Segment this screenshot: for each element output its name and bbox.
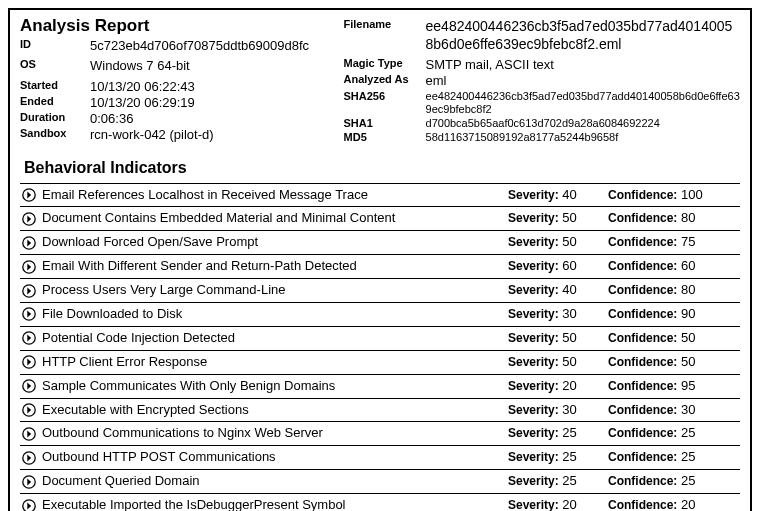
expand-arrow-icon[interactable] xyxy=(22,499,42,511)
indicator-row[interactable]: Executable Imported the IsDebuggerPresen… xyxy=(20,494,740,511)
indicator-severity: Severity: 50 xyxy=(508,330,608,347)
indicator-name: File Downloaded to Disk xyxy=(42,306,508,323)
indicator-name: Executable with Encrypted Sections xyxy=(42,402,508,419)
indicator-name: Email With Different Sender and Return-P… xyxy=(42,258,508,275)
indicator-confidence: Confidence: 90 xyxy=(608,306,738,323)
confidence-label: Confidence: xyxy=(608,403,677,417)
indicator-row[interactable]: Email References Localhost in Received M… xyxy=(20,183,740,208)
indicator-confidence: Confidence: 95 xyxy=(608,378,738,395)
indicator-row[interactable]: Process Users Very Large Command-LineSev… xyxy=(20,279,740,303)
indicators-title: Behavioral Indicators xyxy=(24,159,740,177)
expand-arrow-icon[interactable] xyxy=(22,403,42,417)
duration-value: 0:06:36 xyxy=(90,111,133,127)
severity-value: 40 xyxy=(559,187,577,202)
indicator-name: Document Contains Embedded Material and … xyxy=(42,210,508,227)
confidence-label: Confidence: xyxy=(608,211,677,225)
confidence-value: 90 xyxy=(677,306,695,321)
indicator-confidence: Confidence: 100 xyxy=(608,187,738,204)
confidence-value: 25 xyxy=(677,425,695,440)
severity-label: Severity: xyxy=(508,426,559,440)
header-right: Filename ee482400446236cb3f5ad7ed035bd77… xyxy=(344,16,740,149)
indicator-confidence: Confidence: 80 xyxy=(608,210,738,227)
indicator-severity: Severity: 30 xyxy=(508,402,608,419)
indicator-row[interactable]: Executable with Encrypted SectionsSeveri… xyxy=(20,399,740,423)
indicator-severity: Severity: 25 xyxy=(508,449,608,466)
severity-value: 50 xyxy=(559,210,577,225)
sha256-value: ee482400446236cb3f5ad7ed035bd77add401400… xyxy=(426,90,740,118)
severity-label: Severity: xyxy=(508,235,559,249)
indicator-confidence: Confidence: 25 xyxy=(608,449,738,466)
severity-value: 30 xyxy=(559,306,577,321)
expand-arrow-icon[interactable] xyxy=(22,331,42,345)
expand-arrow-icon[interactable] xyxy=(22,355,42,369)
header-left: Analysis Report ID 5c723eb4d706of70875dd… xyxy=(20,16,332,149)
severity-label: Severity: xyxy=(508,307,559,321)
confidence-label: Confidence: xyxy=(608,307,677,321)
severity-value: 25 xyxy=(559,449,577,464)
indicator-confidence: Confidence: 25 xyxy=(608,425,738,442)
severity-label: Severity: xyxy=(508,211,559,225)
severity-value: 20 xyxy=(559,378,577,393)
expand-arrow-icon[interactable] xyxy=(22,427,42,441)
analyzed-value: eml xyxy=(426,73,447,89)
expand-arrow-icon[interactable] xyxy=(22,188,42,202)
indicator-confidence: Confidence: 60 xyxy=(608,258,738,275)
expand-arrow-icon[interactable] xyxy=(22,379,42,393)
confidence-label: Confidence: xyxy=(608,235,677,249)
severity-value: 20 xyxy=(559,497,577,511)
indicator-confidence: Confidence: 20 xyxy=(608,497,738,511)
indicator-name: Potential Code Injection Detected xyxy=(42,330,508,347)
indicator-row[interactable]: Document Contains Embedded Material and … xyxy=(20,207,740,231)
severity-label: Severity: xyxy=(508,355,559,369)
indicator-row[interactable]: Download Forced Open/Save PromptSeverity… xyxy=(20,231,740,255)
indicator-row[interactable]: Outbound HTTP POST CommunicationsSeverit… xyxy=(20,446,740,470)
expand-arrow-icon[interactable] xyxy=(22,307,42,321)
report-container: Analysis Report ID 5c723eb4d706of70875dd… xyxy=(8,8,752,511)
severity-value: 50 xyxy=(559,354,577,369)
report-title: Analysis Report xyxy=(20,16,332,36)
expand-arrow-icon[interactable] xyxy=(22,451,42,465)
sha256-label: SHA256 xyxy=(344,90,426,104)
report-header: Analysis Report ID 5c723eb4d706of70875dd… xyxy=(20,16,740,149)
indicator-confidence: Confidence: 50 xyxy=(608,354,738,371)
id-label: ID xyxy=(20,38,90,52)
indicator-row[interactable]: Sample Communicates With Only Benign Dom… xyxy=(20,375,740,399)
expand-arrow-icon[interactable] xyxy=(22,260,42,274)
confidence-label: Confidence: xyxy=(608,498,677,511)
expand-arrow-icon[interactable] xyxy=(22,284,42,298)
indicator-row[interactable]: Email With Different Sender and Return-P… xyxy=(20,255,740,279)
os-label: OS xyxy=(20,58,90,72)
confidence-value: 50 xyxy=(677,354,695,369)
indicator-severity: Severity: 40 xyxy=(508,187,608,204)
indicator-row[interactable]: File Downloaded to DiskSeverity: 30Confi… xyxy=(20,303,740,327)
magic-value: SMTP mail, ASCII text xyxy=(426,57,554,73)
indicator-row[interactable]: Document Queried DomainSeverity: 25Confi… xyxy=(20,470,740,494)
severity-value: 30 xyxy=(559,402,577,417)
analyzed-label: Analyzed As xyxy=(344,73,426,87)
expand-arrow-icon[interactable] xyxy=(22,475,42,489)
os-value: Windows 7 64-bit xyxy=(90,58,190,74)
severity-label: Severity: xyxy=(508,283,559,297)
magic-label: Magic Type xyxy=(344,57,426,71)
indicator-row[interactable]: Potential Code Injection DetectedSeverit… xyxy=(20,327,740,351)
md5-value: 58d1163715089192a8177a5244b9658f xyxy=(426,131,619,145)
confidence-label: Confidence: xyxy=(608,474,677,488)
confidence-value: 60 xyxy=(677,258,695,273)
indicator-severity: Severity: 50 xyxy=(508,354,608,371)
indicator-confidence: Confidence: 25 xyxy=(608,473,738,490)
severity-value: 60 xyxy=(559,258,577,273)
ended-label: Ended xyxy=(20,95,90,109)
confidence-label: Confidence: xyxy=(608,259,677,273)
indicator-row[interactable]: HTTP Client Error ResponseSeverity: 50Co… xyxy=(20,351,740,375)
confidence-value: 25 xyxy=(677,473,695,488)
indicator-name: Process Users Very Large Command-Line xyxy=(42,282,508,299)
confidence-label: Confidence: xyxy=(608,426,677,440)
indicator-row[interactable]: Outbound Communications to Nginx Web Ser… xyxy=(20,422,740,446)
indicator-severity: Severity: 50 xyxy=(508,210,608,227)
expand-arrow-icon[interactable] xyxy=(22,236,42,250)
expand-arrow-icon[interactable] xyxy=(22,212,42,226)
md5-label: MD5 xyxy=(344,131,426,145)
indicator-severity: Severity: 25 xyxy=(508,425,608,442)
duration-label: Duration xyxy=(20,111,90,125)
filename-value: ee482400446236cb3f5ad7ed035bd77ad4014005… xyxy=(426,18,740,53)
